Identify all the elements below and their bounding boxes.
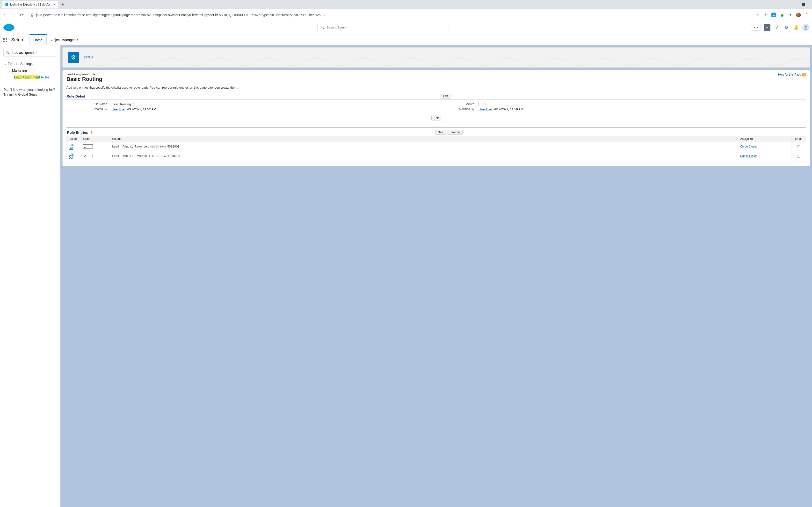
- delete-link[interactable]: Del: [69, 156, 73, 159]
- user-avatar[interactable]: [802, 24, 809, 31]
- svg-point-1: [3, 24, 14, 31]
- col-email: Email: [792, 136, 806, 142]
- edit-button-bottom[interactable]: Edit: [432, 116, 441, 120]
- url-text: java-power-66192.lightning.force.com/lig…: [36, 13, 328, 17]
- global-actions-button[interactable]: ＋: [764, 24, 770, 31]
- order-input[interactable]: [83, 145, 93, 149]
- tree-lead-assignment-rules[interactable]: Lead Assignment Rules: [3, 74, 57, 80]
- rule-entries-heading: Rule Entries: [67, 130, 88, 134]
- notifications-icon[interactable]: 🔔: [793, 24, 800, 31]
- table-row: Edit | Del Lead: Annual Revenue LESS OR …: [67, 151, 806, 161]
- profile-avatar[interactable]: [796, 12, 801, 17]
- extensions-icon[interactable]: ✦: [788, 12, 793, 17]
- annotation-1: 1: [133, 102, 135, 106]
- new-entry-button[interactable]: New: [435, 130, 446, 135]
- svg-point-3: [805, 26, 806, 27]
- created-by-date: , 4/12/2021, 11:52 AM: [125, 107, 156, 111]
- annotation-2: 2: [91, 131, 92, 134]
- quick-find[interactable]: 🔍: [3, 49, 57, 56]
- salesforce-favicon: [5, 3, 9, 6]
- active-label: Active: [438, 102, 478, 106]
- created-by-user[interactable]: User User: [111, 107, 125, 111]
- page-title: Basic Routing: [66, 76, 806, 82]
- reload-button[interactable]: ⟳: [19, 12, 24, 18]
- edit-link[interactable]: Edit: [69, 153, 74, 156]
- global-search[interactable]: 🔍: [317, 24, 449, 31]
- chevron-down-icon: ▼: [77, 38, 79, 41]
- setup-gear-icon[interactable]: ⚙: [783, 24, 790, 31]
- context-bar: Setup Home Object Manager▼: [0, 34, 812, 45]
- global-header: 🔍 ★ ▾ ＋ ? ⚙ 🔔: [0, 20, 812, 34]
- modified-by-label: Modified By: [438, 107, 478, 111]
- help-link[interactable]: Help for this Page?: [778, 73, 806, 76]
- browser-tab-title: Lightning Experience | Salesfor: [10, 3, 50, 6]
- page-description: Add rule entries that specify the criter…: [66, 86, 806, 89]
- chrome-menu-icon[interactable]: ⋮: [804, 12, 809, 17]
- browser-chrome: Lightning Experience | Salesfor × + ← → …: [0, 0, 812, 20]
- rule-name-label: Rule Name: [68, 102, 111, 106]
- edit-link[interactable]: Edit: [69, 143, 74, 147]
- assign-to-link[interactable]: Chloe Closer: [740, 145, 757, 148]
- extension-icon-2[interactable]: ◉: [779, 12, 784, 17]
- annotation-3: 3: [484, 102, 486, 106]
- chevron-down-icon: ⌄: [9, 69, 11, 72]
- search-icon: 🔍: [6, 51, 10, 55]
- modified-by-user[interactable]: User User: [478, 107, 493, 111]
- rule-detail-heading: Rule Detail: [66, 94, 85, 98]
- app-name: Setup: [11, 37, 23, 43]
- reorder-button[interactable]: Reorder: [447, 130, 462, 135]
- tab-home[interactable]: Home: [30, 34, 47, 45]
- global-search-input[interactable]: [327, 25, 446, 29]
- setup-sidebar: 🔍 ⌄Feature Settings ⌄Marketing Lead Assi…: [0, 45, 60, 507]
- app-launcher-icon[interactable]: [3, 38, 7, 42]
- close-tab-icon[interactable]: ×: [54, 3, 56, 6]
- info-icon[interactable]: ⓘ: [763, 12, 768, 17]
- content-area: ⚙ SETUP Help for this Page? Lead Assignm…: [60, 45, 812, 507]
- gear-icon: ⚙: [68, 52, 79, 63]
- star-icon[interactable]: ☆: [755, 12, 760, 17]
- edit-button-top[interactable]: Edit: [441, 94, 451, 99]
- col-assign: Assign To: [738, 136, 792, 142]
- rule-name-value: Basic Routing: [111, 102, 131, 106]
- col-action: Action: [67, 136, 81, 142]
- page-header: ⚙ SETUP: [62, 47, 810, 68]
- browser-tab[interactable]: Lightning Experience | Salesfor ×: [2, 1, 58, 8]
- salesforce-logo[interactable]: [3, 23, 15, 32]
- favorites-button[interactable]: ★ ▾: [751, 24, 761, 31]
- help-button[interactable]: ?: [773, 24, 780, 31]
- table-row: Edit | Del Lead: Annual Revenue GREATER …: [67, 142, 806, 151]
- email-checkbox: [797, 145, 800, 148]
- forward-button: →: [11, 12, 16, 17]
- tree-marketing[interactable]: ⌄Marketing: [3, 67, 57, 74]
- account-dot[interactable]: [802, 3, 805, 6]
- lock-icon: 🔒: [30, 13, 34, 17]
- chevron-down-icon: ⌄: [4, 62, 6, 65]
- back-button[interactable]: ←: [3, 12, 8, 17]
- rule-entries-table: Action Order Criteria Assign To Email Ed…: [66, 136, 806, 161]
- col-criteria: Criteria: [110, 136, 738, 142]
- created-by-label: Created By: [68, 107, 111, 111]
- email-checkbox: [797, 155, 800, 158]
- delete-link[interactable]: Del: [69, 147, 73, 150]
- col-order: Order: [81, 136, 110, 142]
- new-tab-button[interactable]: +: [61, 2, 64, 7]
- page-header-label: SETUP: [83, 56, 94, 59]
- active-checkbox: [478, 103, 481, 106]
- record-type-label: Lead Assignment Rule: [66, 73, 806, 76]
- tab-object-manager[interactable]: Object Manager▼: [47, 34, 83, 45]
- tree-feature-settings[interactable]: ⌄Feature Settings: [3, 60, 57, 67]
- search-icon: 🔍: [320, 25, 324, 29]
- quick-find-input[interactable]: [12, 51, 54, 55]
- help-icon: ?: [802, 73, 806, 76]
- address-bar[interactable]: 🔒 java-power-66192.lightning.force.com/l…: [28, 13, 752, 17]
- extension-icon-1[interactable]: ⌕: [771, 12, 776, 17]
- svg-point-0: [5, 3, 8, 6]
- order-input[interactable]: [83, 154, 93, 158]
- sidebar-note: Didn't find what you're looking for? Try…: [3, 88, 57, 97]
- detail-card: Help for this Page? Lead Assignment Rule…: [62, 70, 810, 166]
- modified-by-date: , 4/12/2021, 11:56 AM: [493, 107, 523, 111]
- assign-to-link[interactable]: Daniel Dialer: [740, 154, 757, 158]
